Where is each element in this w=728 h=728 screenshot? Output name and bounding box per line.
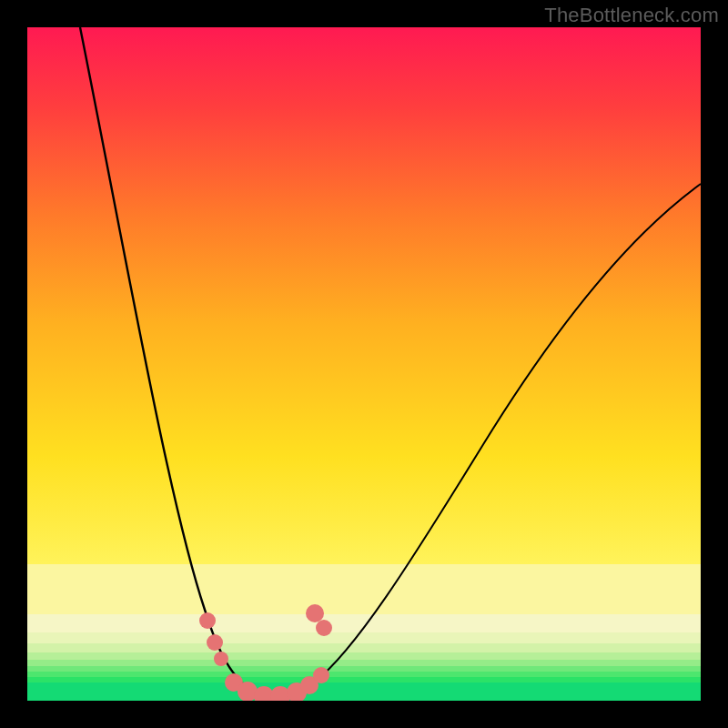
watermark-text: TheBottleneck.com — [544, 4, 719, 27]
plot-area — [27, 27, 701, 701]
marker — [199, 612, 216, 629]
marker — [316, 620, 332, 636]
chart-frame: TheBottleneck.com — [0, 0, 728, 728]
left-curve — [80, 27, 275, 697]
marker — [306, 604, 324, 622]
marker — [207, 634, 223, 651]
curve-layer — [27, 27, 701, 701]
markers-group — [199, 604, 332, 701]
marker — [214, 652, 228, 666]
marker — [313, 667, 329, 683]
right-curve — [275, 184, 701, 697]
